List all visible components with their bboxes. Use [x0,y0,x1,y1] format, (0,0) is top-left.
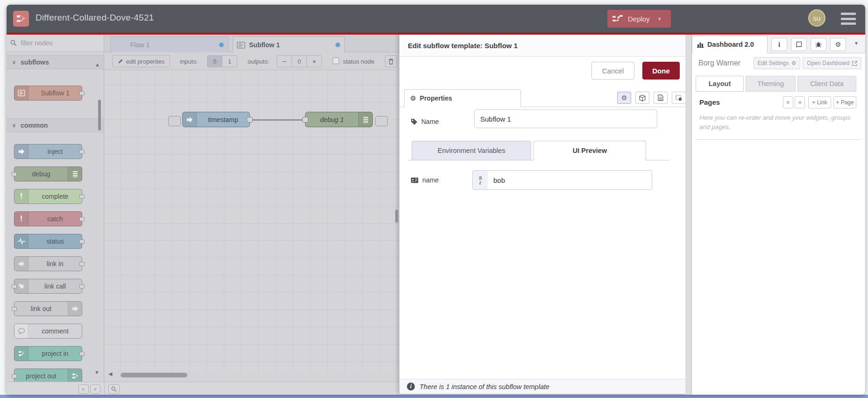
module-properties-button[interactable] [635,92,649,104]
palette-node-inject[interactable]: inject [14,144,82,159]
chevron-down-icon: ∨ [12,123,16,129]
inputs-1-button[interactable]: 1 [222,55,237,67]
subflow-input-stub[interactable] [168,116,181,126]
palette-node-status[interactable]: status [14,234,82,249]
collapse-all-button[interactable]: « [783,96,793,109]
collapse-categories-button[interactable]: « [78,384,89,394]
expand-all-button[interactable]: « [795,96,805,109]
edit-properties-button[interactable]: edit properties [112,55,170,67]
open-dashboard-button[interactable]: Open Dashboard [803,57,861,69]
canvas-node-timestamp[interactable]: timestamp [182,112,250,127]
cancel-button[interactable]: Cancel [591,62,634,80]
tab-properties[interactable]: ⚙ Properties [404,89,521,107]
gear-icon: ⚙ [791,60,797,66]
main-menu-button[interactable] [841,13,856,25]
tab-flow-1[interactable]: Flow 1 [110,36,228,52]
subflow-output-stub[interactable] [375,116,388,126]
output-port [79,217,85,221]
config-tab-button[interactable]: ⚙ [830,38,846,51]
expand-categories-button[interactable]: « [90,384,100,394]
dashboard-project-name: Borg Warner [698,59,740,67]
done-button[interactable]: Done [642,62,680,80]
tray-resize-handle[interactable] [685,35,692,395]
palette-node-debug[interactable]: debug [14,166,82,181]
tab-client-data[interactable]: Client Data [797,76,856,92]
appearance-icon [676,95,682,101]
palette-scrollbar[interactable] [98,100,101,130]
palette-node-project-in[interactable]: project in [14,346,82,361]
tab-theming[interactable]: Theming [746,76,796,92]
node-red-window: Different-Collared-Dove-4521 Deploy ▼ su… [7,5,865,395]
status-node-label: status node [343,58,374,65]
output-port [79,352,85,356]
description-button[interactable] [654,92,668,104]
workspace-title: Different-Collared-Dove-4521 [36,13,154,23]
sidebar-menu-caret-icon[interactable]: ▼ [854,41,859,46]
properties-view-button[interactable]: ⚙ [617,92,631,104]
help-tab-button[interactable] [791,38,807,51]
palette-category-subflows[interactable]: ∨ subflows [7,55,104,69]
name-field-label: Name [411,118,439,125]
pencil-icon [118,58,123,64]
env-name-label: name [411,176,439,184]
zoom-search-button[interactable] [108,384,120,394]
add-link-button[interactable]: + Link [808,96,831,109]
project-out-icon [68,369,82,383]
palette-node-comment[interactable]: comment [14,324,82,339]
outputs-label: outputs: [248,58,269,65]
deploy-caret-icon[interactable]: ▼ [657,16,662,22]
scroll-left-icon[interactable]: ◀ [108,371,112,377]
tab-subflow-1[interactable]: Subflow 1 [233,36,345,53]
palette-node-link-out[interactable]: link out [14,301,82,316]
delete-subflow-button[interactable] [385,55,397,67]
info-icon: i [778,41,780,49]
info-tab-button[interactable]: i [771,38,787,51]
input-port[interactable] [302,117,308,123]
dialog-footer: i There is 1 instance of this subflow te… [399,379,685,394]
add-page-button[interactable]: + Page [833,96,856,109]
subflow-name-input[interactable] [474,109,657,128]
vertical-scrollbar[interactable] [395,210,398,223]
edit-settings-button[interactable]: Edit Settings ⚙ [754,57,800,69]
palette-search[interactable]: filter nodes [7,35,104,51]
tab-layout[interactable]: Layout [696,76,744,92]
output-port[interactable] [247,117,253,123]
link-out-icon [68,302,82,316]
debug-tab-button[interactable] [811,38,826,51]
tag-icon [411,118,418,125]
palette-node-link-in[interactable]: link in [14,256,82,271]
gear-icon: ⚙ [410,94,416,102]
outputs-minus-button[interactable]: − [277,55,292,67]
user-avatar[interactable]: su [808,9,825,27]
string-type-icon: az [479,175,482,185]
tab-environment-variables[interactable]: Environment Variables [412,141,531,160]
tab-dashboard-2[interactable]: Dashboard 2.0 [692,36,768,53]
palette-node-complete[interactable]: ! complete [14,189,82,204]
tab-ui-preview[interactable]: UI Preview [534,141,646,160]
palette-node-link-call[interactable]: link call [14,279,82,294]
info-icon: i [407,383,415,391]
appearance-button[interactable] [672,92,686,104]
wire[interactable] [251,119,304,121]
type-select-button[interactable]: az [472,170,488,190]
env-name-value-input[interactable] [488,170,652,190]
deploy-button[interactable]: Deploy ▼ [607,10,671,28]
exclamation-icon: ! [14,212,28,226]
palette-scroll-down-icon[interactable]: ▼ [94,369,100,375]
palette-category-common[interactable]: ∨ common [7,118,104,132]
status-node-checkbox[interactable] [333,58,339,64]
palette-search-placeholder: filter nodes [21,39,52,47]
palette-node-subflow-1[interactable]: Subflow 1 [14,86,82,101]
taskbar-edge [0,395,868,398]
inputs-0-button[interactable]: 0 [207,55,222,67]
palette-scroll-up-icon[interactable]: ▲ [95,62,100,67]
palette-node-catch[interactable]: ! catch [14,211,82,226]
workspace-footer: « « [7,382,399,395]
horizontal-scrollbar[interactable] [121,373,187,377]
search-icon [10,40,17,46]
deploy-label: Deploy [628,15,650,23]
outputs-plus-button[interactable]: + [306,55,322,67]
bug-icon [815,41,822,48]
canvas-node-debug-1[interactable]: debug 1 [305,112,373,127]
document-icon [658,94,663,101]
